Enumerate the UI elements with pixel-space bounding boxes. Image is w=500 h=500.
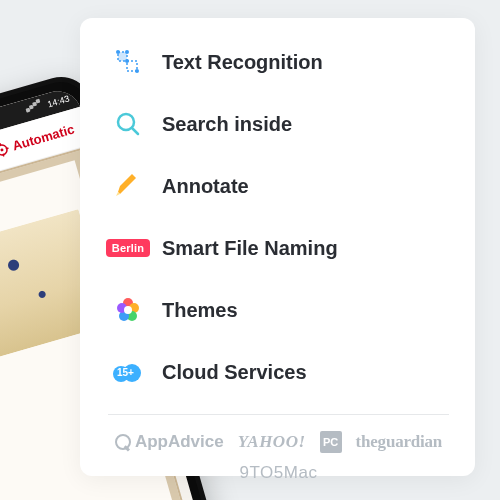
feature-item: Annotate [108, 166, 449, 206]
feature-item: Text Recognition [108, 42, 449, 82]
divider [108, 414, 449, 415]
feature-label: Search inside [162, 113, 292, 136]
feature-label: Themes [162, 299, 238, 322]
press-yahoo: YAHOO! [238, 431, 306, 453]
feature-label: Cloud Services [162, 361, 307, 384]
press-logos: AppAdvice YAHOO! PC theguardian 9TO5Mac [108, 431, 449, 483]
press-appadvice: AppAdvice [115, 431, 224, 453]
cloud-count-label: 15+ [117, 367, 134, 378]
color-wheel-icon [108, 290, 148, 330]
press-guardian: theguardian [356, 431, 443, 453]
svg-line-14 [132, 128, 138, 134]
target-icon [0, 141, 11, 158]
highlighter-icon [108, 166, 148, 206]
badge-icon: Berlin [108, 228, 148, 268]
feature-item: Themes [108, 290, 449, 330]
text-recognition-icon [108, 42, 148, 82]
feature-label: Annotate [162, 175, 249, 198]
feature-label: Text Recognition [162, 51, 323, 74]
scan-mode-label: Automatic [11, 122, 76, 154]
svg-point-1 [0, 147, 4, 151]
svg-point-8 [116, 50, 120, 54]
svg-rect-10 [127, 61, 137, 71]
svg-point-12 [135, 69, 139, 73]
svg-line-3 [3, 153, 4, 156]
berlin-badge: Berlin [106, 239, 150, 257]
svg-line-2 [0, 143, 1, 146]
feature-item: Search inside [108, 104, 449, 144]
status-time: 14:43 [46, 94, 70, 110]
cloud-count-icon: 15+ [108, 352, 148, 392]
press-9to5mac: 9TO5Mac [240, 463, 318, 483]
svg-point-20 [124, 306, 132, 314]
feature-item: Berlin Smart File Naming [108, 228, 449, 268]
feature-item: 15+ Cloud Services [108, 352, 449, 392]
feature-label: Smart File Naming [162, 237, 338, 260]
feature-card: Text Recognition Search inside Annotate … [80, 18, 475, 476]
signal-icon [26, 108, 31, 113]
svg-point-11 [125, 59, 129, 63]
press-pcmag: PC [320, 431, 342, 453]
svg-line-5 [6, 147, 9, 148]
svg-point-9 [125, 50, 129, 54]
search-icon [108, 104, 148, 144]
appadvice-icon [115, 434, 131, 450]
press-label: AppAdvice [135, 432, 224, 452]
